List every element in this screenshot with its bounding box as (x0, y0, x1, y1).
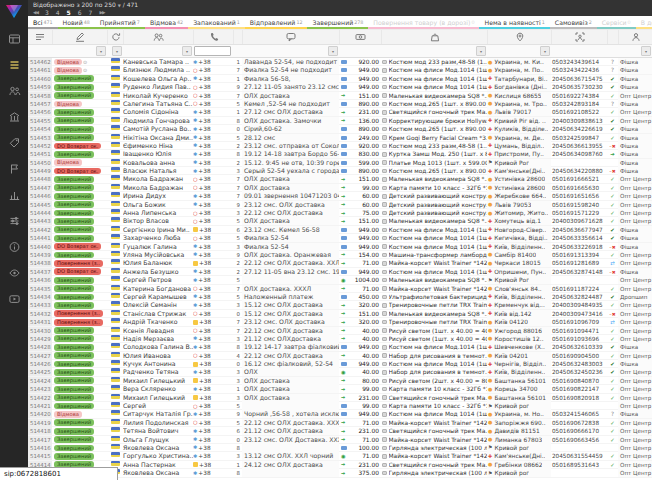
tracking-number[interactable]: 0501690904500 (551, 352, 607, 360)
tracking-number[interactable]: 0501691096709 (551, 318, 607, 326)
sidebar-item-reviews[interactable] (0, 260, 28, 286)
tab-all[interactable]: Всі471 (28, 16, 58, 29)
call-status-icon[interactable]: ✱ (193, 412, 197, 417)
call-status-icon[interactable]: ✱ (193, 336, 197, 341)
order-row[interactable]: 514455ЗавершенийЛюдмила Гончарова✱+388ОЛ… (28, 117, 652, 125)
tracking-number[interactable]: 0501690840870 (551, 377, 607, 385)
column-client-people-icon[interactable] (123, 30, 193, 44)
order-row[interactable]: 514450ВідмоваКовальова анна✱+38215.12. 9… (28, 159, 652, 167)
order-row[interactable]: 514452DO Возврат ок.Єфименко Ніна✱+38223… (28, 142, 652, 150)
sidebar-item-settings[interactable] (0, 208, 28, 234)
order-row[interactable]: 514443ЗавершенийВіктор Власов○+385ОЛХ до… (28, 217, 652, 225)
call-status-icon[interactable]: ✱ (193, 269, 197, 274)
tracking-number[interactable]: 20450633226918 (551, 243, 607, 251)
order-row[interactable]: 514439ЗавершенийУляна Мусійовська✱+389ОЛ… (28, 251, 652, 259)
operator-badge-icon[interactable] (193, 320, 198, 325)
missed-call-icon[interactable]: ○ (193, 286, 198, 291)
call-status-icon[interactable]: ✱ (193, 278, 197, 283)
order-row[interactable]: 514430ЗавершенийКсенія Левадня○+38722.12… (28, 327, 652, 335)
filter-client-dropdown[interactable]: ▾ (182, 46, 192, 56)
tracking-number[interactable]: 20450632874148 (551, 268, 607, 276)
tracking-number[interactable]: 0501691281689 (551, 259, 607, 267)
column-comment-chat-icon[interactable] (242, 30, 339, 44)
call-status-icon[interactable]: ✱ (193, 429, 197, 434)
order-row[interactable]: 514438Повернення (з..Юлия Баланюк+38222.… (28, 259, 652, 267)
column-flag-refresh-icon[interactable] (107, 30, 123, 44)
tab-в-дорозі-додому[interactable]: В дорозі додому0 (636, 16, 652, 29)
tracking-number[interactable]: 0501691666521 (551, 175, 607, 183)
operator-badge-icon[interactable] (193, 378, 198, 383)
order-row[interactable]: 514460ЗавершенийКошелева Ольга Ар..✱+381… (28, 75, 652, 83)
order-row[interactable]: 514425ЗавершенийРадченко Тетяна✱+383ОЛХ◉… (28, 368, 652, 376)
order-row[interactable]: 514424ЗавершенийМихаил Гилецький+383ОЛХ … (28, 377, 652, 385)
order-row[interactable]: 514415ЗавершенийГоргулько Христина..✱+38… (28, 452, 652, 460)
order-row[interactable]: 514420ВідмоваСитарчук Наталія Гр..✱+389Ч… (28, 410, 652, 418)
column-id-list-icon[interactable] (28, 30, 52, 44)
missed-call-icon[interactable]: ○ (193, 177, 198, 182)
sidebar-item-video[interactable] (0, 286, 28, 312)
tracking-number[interactable]: 20400309671628 (551, 217, 607, 225)
missed-call-icon[interactable]: ○ (193, 353, 198, 358)
column-status-pencil-icon[interactable] (52, 30, 107, 44)
missed-call-icon[interactable]: ○ (193, 101, 198, 106)
tab-відмова[interactable]: Відмова42 (145, 16, 188, 29)
order-row[interactable]: 514458ЗавершенийНиколай Кучеренко○+387ОЛ… (28, 92, 652, 100)
tab-повернення-товару-в-дорозі-[interactable]: Повернення товару (в дорозі)0 (368, 16, 479, 29)
call-status-icon[interactable]: ✱ (193, 437, 197, 442)
order-row[interactable]: 514445ЗавершенийОльга Божик✱+38923.12 см… (28, 201, 652, 209)
order-row[interactable]: 514429ЗавершенийНадія Мерзаєва✱+38321.12… (28, 335, 652, 343)
tracking-number[interactable]: 0503243422436 (551, 66, 607, 74)
tab-новий[interactable]: Новий48 (58, 16, 95, 29)
order-row[interactable]: 514456ЗавершенийСоломія Сідоніна✱+38127.… (28, 108, 652, 116)
order-row[interactable]: 514437DO Возврат ок.Анжела Безушко✱+3822… (28, 268, 652, 276)
call-status-icon[interactable]: ✱ (193, 471, 197, 476)
missed-call-icon[interactable]: ○ (193, 68, 198, 73)
tracking-number[interactable]: 20450633356614 (551, 234, 607, 242)
missed-call-icon[interactable]: ○ (193, 328, 198, 333)
order-row[interactable]: 514459ЗавершенийРуденко Лидия Пав..○+389… (28, 83, 652, 91)
call-status-icon[interactable]: ✱ (193, 244, 197, 249)
tracking-number[interactable]: 20400309838613 (551, 117, 607, 125)
tracking-number[interactable]: 0501691313394 (551, 251, 607, 259)
order-row[interactable]: 514414ЗавершенийАнна Пастернак+38124.12 … (28, 461, 652, 469)
operator-badge-icon[interactable] (193, 227, 198, 232)
column-region-pin-icon[interactable] (487, 30, 551, 44)
sidebar-item-info[interactable] (0, 234, 28, 260)
column-ttn-scan-icon[interactable] (551, 30, 607, 44)
tracking-number[interactable]: 0501692274384 (551, 92, 607, 100)
sidebar-item-orders[interactable] (0, 52, 28, 78)
missed-call-icon[interactable]: ○ (193, 311, 198, 316)
tracking-number[interactable]: 0501691187224 (551, 285, 607, 293)
call-status-icon[interactable]: ✱ (193, 252, 197, 257)
tab-прийнятий[interactable]: Прийнятий7 (95, 16, 145, 29)
sidebar-item-campaigns[interactable] (0, 156, 28, 182)
tracking-number[interactable]: 0501691094471 (551, 327, 607, 335)
order-row[interactable]: 514457ВідмоваСалегина Татьяна С..○+385Ке… (28, 100, 652, 108)
column-product-bag-icon[interactable] (381, 30, 487, 44)
tracking-number[interactable] (551, 402, 607, 410)
order-row[interactable]: 514448ЗавершенийМикола Бадражан○+387ОЛХ … (28, 175, 652, 183)
order-row[interactable]: 514427ЗавершенийЮлия Иванова○+38422.12 с… (28, 352, 652, 360)
call-status-icon[interactable]: ✱ (193, 160, 197, 165)
order-row[interactable]: 514449DO Возврат ок.Власюк Наталья✱+383С… (28, 167, 652, 175)
call-status-icon[interactable]: ✱ (193, 454, 197, 459)
filter-comment-dropdown[interactable]: ▾ (328, 46, 338, 56)
order-row[interactable]: 514434ЗавершенийСергей Карамышев✱+385Нал… (28, 293, 652, 301)
missed-call-icon[interactable]: ○ (193, 420, 198, 425)
order-row[interactable]: 514433ЗавершенийОлексій Семанін✱+38315.1… (28, 301, 652, 309)
call-status-icon[interactable]: ✱ (193, 387, 197, 392)
order-row[interactable]: 514417ЗавершенийОльга Глущук✱+38023.12 с… (28, 436, 652, 444)
order-row[interactable]: 514422ЗавершенийМихаил Гилецький+383ОЛХ … (28, 394, 652, 402)
tracking-number[interactable]: 20450632824487 (551, 293, 607, 301)
order-row[interactable]: 514441ЗавершенийЗахарченко Люба○+385Фиал… (28, 234, 652, 242)
filter-source-dropdown[interactable]: ▾ (641, 46, 651, 56)
order-row[interactable]: 514416ЗавершенийЯковлева Оксана✱+388100.… (28, 444, 652, 452)
filter-product-dropdown[interactable]: ▾ (476, 46, 486, 56)
order-row[interactable]: 514428ЗавершенийСолодкова Галина В..✱+38… (28, 343, 652, 351)
tracking-number[interactable]: 0501690672838 (551, 419, 607, 427)
order-row[interactable]: 514453ЗавершенийНікітіна Оксана Дми..✱+3… (28, 134, 652, 142)
order-row[interactable]: 514431Повернення (з..Андрій Ткаченко+387… (28, 318, 652, 326)
order-row[interactable]: 514436ЗавершенийСергей Петров✱+385◉1004.… (28, 276, 652, 284)
tracking-number[interactable]: 0503242893184 (551, 100, 607, 108)
tracking-number[interactable]: 0503243439614 (551, 58, 607, 66)
